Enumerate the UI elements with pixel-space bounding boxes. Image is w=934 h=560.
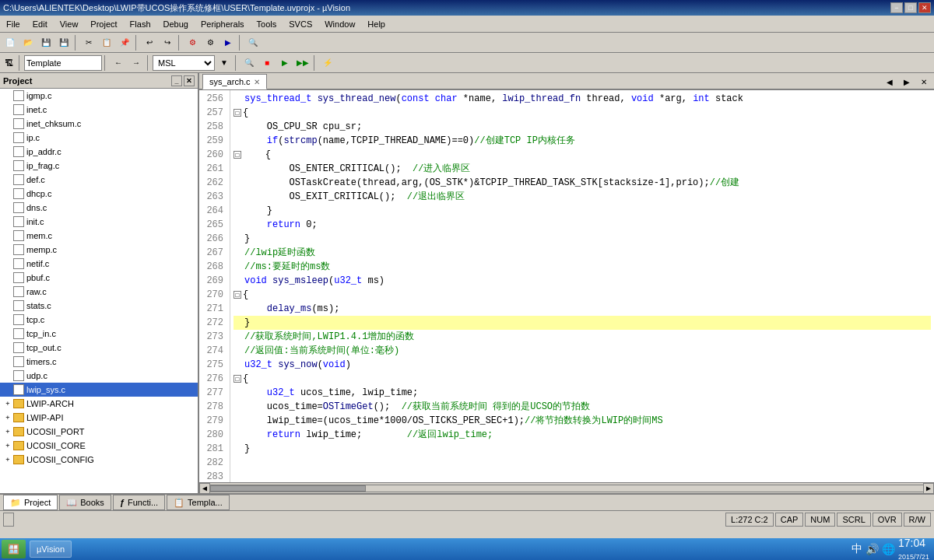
tree-item-ip_addr-c[interactable]: ip_addr.c (0, 145, 198, 159)
menu-view[interactable]: View (54, 16, 85, 32)
cut-btn[interactable]: ✂ (80, 34, 97, 51)
find-btn[interactable]: 🔍 (244, 34, 262, 51)
tree-item-memp-c[interactable]: memp.c (0, 243, 198, 257)
tree-item-inet-c[interactable]: inet.c (0, 103, 198, 117)
tb2-run[interactable]: ▶ (276, 54, 293, 72)
menu-help[interactable]: Help (361, 16, 392, 32)
tree-item-tcp-c[interactable]: tcp.c (0, 313, 198, 327)
tree-item-stats-c[interactable]: stats.c (0, 299, 198, 313)
copy-btn[interactable]: 📋 (98, 34, 115, 51)
bottom-tab-project[interactable]: 📁 Project (3, 495, 58, 510)
project-target-combo[interactable] (24, 55, 102, 71)
status-caps: CAP (775, 513, 804, 527)
tree-item-raw-c[interactable]: raw.c (0, 285, 198, 299)
bottom-tab-functi[interactable]: ƒ Functi... (113, 495, 165, 510)
taskbar-app-item[interactable]: µVision (30, 541, 72, 558)
menu-file[interactable]: File (0, 16, 26, 32)
minimize-button[interactable]: − (890, 2, 903, 13)
collapse-btn-276[interactable]: □ (234, 375, 241, 383)
tree-item-ip_frag-c[interactable]: ip_frag.c (0, 159, 198, 173)
tree-item-UCOSII_CONFIG[interactable]: +UCOSII_CONFIG (0, 453, 198, 467)
collapse-btn-260[interactable]: □ (234, 151, 241, 159)
undo-btn[interactable]: ↩ (141, 34, 158, 51)
editor-scroll-left[interactable]: ◀ (883, 75, 897, 89)
build-btn[interactable]: ⚙ (184, 34, 201, 51)
tree-item-LWIP-API[interactable]: +LWIP-API (0, 411, 198, 425)
tree-item-init-c[interactable]: init.c (0, 215, 198, 229)
hscroll-track[interactable] (210, 485, 923, 492)
line-num-271: 271 (199, 302, 226, 316)
save-btn[interactable]: 💾 (37, 34, 54, 51)
tb2-btn1[interactable]: ← (110, 54, 127, 72)
tree-item-UCOSII_CORE[interactable]: +UCOSII_CORE (0, 439, 198, 453)
tree-item-pbuf-c[interactable]: pbuf.c (0, 271, 198, 285)
new-file-btn[interactable]: 📄 (2, 34, 19, 51)
tree-item-UCOSII_PORT[interactable]: +UCOSII_PORT (0, 425, 198, 439)
tree-item-LWIP-ARCH[interactable]: +LWIP-ARCH (0, 397, 198, 411)
tree-item-inet_chksum-c[interactable]: inet_chksum.c (0, 117, 198, 131)
tb2-run2[interactable]: ▶▶ (294, 54, 311, 72)
tb2-stop[interactable]: ■ (258, 54, 276, 72)
bottom-tab-books[interactable]: 📖 Books (59, 495, 111, 510)
tree-item-timers-c[interactable]: timers.c (0, 355, 198, 369)
line-num-260: 260 (199, 148, 226, 162)
tree-item-dhcp-c[interactable]: dhcp.c (0, 187, 198, 201)
msl-dropdown[interactable]: ▼ (216, 54, 233, 72)
tree-expander (3, 245, 12, 254)
code-content[interactable]: sys_thread_t sys_thread_new(const char *… (230, 90, 934, 482)
tree-item-mem-c[interactable]: mem.c (0, 229, 198, 243)
menu-flash[interactable]: Flash (124, 16, 157, 32)
editor-scroll-right[interactable]: ▶ (900, 75, 914, 89)
horizontal-scrollbar[interactable]: ◀ ▶ (199, 482, 934, 493)
tab-close-icon[interactable]: ✕ (254, 78, 260, 86)
menu-peripherals[interactable]: Peripherals (195, 16, 251, 32)
menu-svcs[interactable]: SVCS (283, 16, 318, 32)
tb2-extra[interactable]: ⚡ (319, 54, 336, 72)
bottom-tab-template[interactable]: 📋 Templa... (167, 495, 230, 510)
tree-item-def-c[interactable]: def.c (0, 173, 198, 187)
tree-item-dns-c[interactable]: dns.c (0, 201, 198, 215)
tree-item-udp-c[interactable]: udp.c (0, 369, 198, 383)
search-btn[interactable]: 🔍 (241, 54, 258, 72)
menu-debug[interactable]: Debug (157, 16, 195, 32)
file-icon (13, 216, 24, 227)
open-btn[interactable]: 📂 (19, 34, 37, 51)
menu-project[interactable]: Project (84, 16, 123, 32)
project-panel-close[interactable]: ✕ (184, 75, 195, 86)
tray-ime-icon[interactable]: 中 (851, 542, 862, 556)
redo-btn[interactable]: ↪ (159, 34, 176, 51)
tray-icon3[interactable]: 🌐 (882, 543, 895, 555)
editor-close-btn[interactable]: ✕ (917, 75, 931, 89)
taskbar-app-label: µVision (37, 544, 65, 554)
hscroll-thumb[interactable] (210, 485, 366, 492)
file-icon (13, 230, 24, 241)
code-editor[interactable]: 2562572582592602612622632642652662672682… (199, 90, 934, 482)
tree-item-netif-c[interactable]: netif.c (0, 257, 198, 271)
menu-tools[interactable]: Tools (251, 16, 283, 32)
taskbar-start-button[interactable]: 🪟 (2, 540, 26, 558)
tree-item-tcp_in-c[interactable]: tcp_in.c (0, 327, 198, 341)
tree-item-igmp-c[interactable]: igmp.c (0, 89, 198, 103)
tree-item-lwip_sys-c[interactable]: lwip_sys.c (0, 383, 198, 397)
tree-item-tcp_out-c[interactable]: tcp_out.c (0, 341, 198, 355)
project-panel-buttons: _ ✕ (171, 75, 195, 86)
tree-item-label: dns.c (26, 203, 47, 212)
collapse-btn-257[interactable]: □ (234, 109, 241, 117)
tree-item-ip-c[interactable]: ip.c (0, 131, 198, 145)
save-all-btn[interactable]: 💾 (55, 34, 72, 51)
tab-sys-arch[interactable]: sys_arch.c ✕ (202, 74, 267, 89)
tb2-btn2[interactable]: → (128, 54, 145, 72)
hscroll-left-btn[interactable]: ◀ (199, 483, 210, 494)
msl-combo[interactable]: MSL (153, 55, 215, 71)
debug-btn[interactable]: ▶ (219, 34, 237, 51)
maximize-button[interactable]: □ (904, 2, 917, 13)
close-button[interactable]: ✕ (918, 2, 931, 13)
collapse-btn-270[interactable]: □ (234, 291, 241, 299)
rebuild-btn[interactable]: ⚙ (202, 34, 219, 51)
hscroll-right-btn[interactable]: ▶ (923, 483, 934, 494)
menu-edit[interactable]: Edit (26, 16, 54, 32)
tray-icon2[interactable]: 🔊 (866, 543, 879, 555)
paste-btn[interactable]: 📌 (116, 34, 133, 51)
menu-window[interactable]: Window (318, 16, 361, 32)
project-panel-minimize[interactable]: _ (171, 75, 182, 86)
